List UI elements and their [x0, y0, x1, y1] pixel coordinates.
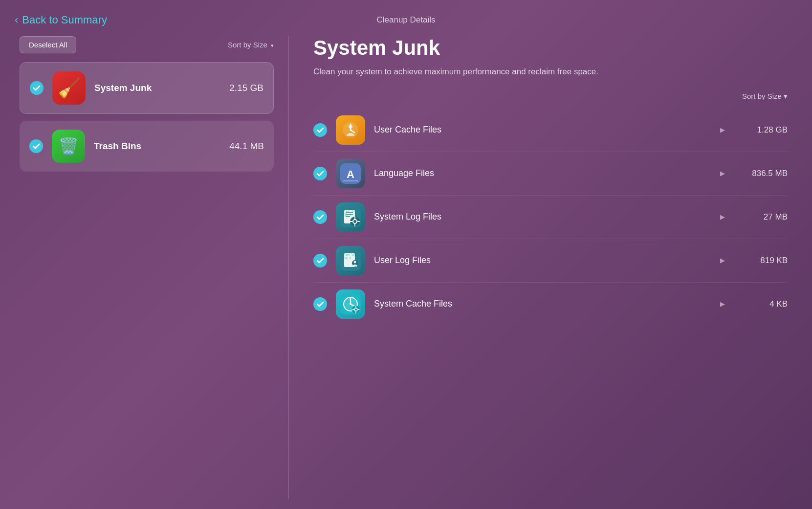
system-cache-size: 4 KB: [744, 299, 788, 309]
system-cache-label: System Cache Files: [374, 299, 711, 309]
deselect-all-button[interactable]: Deselect All: [20, 36, 76, 53]
user-log-label: User Log Files: [374, 255, 711, 266]
system-junk-label: System Junk: [94, 83, 220, 93]
main-content: Deselect All Sort by Size ▾ 🧹 System Jun…: [0, 36, 812, 509]
list-item-system-cache[interactable]: System Cache Files ▶ 4 KB: [313, 283, 788, 326]
svg-text:tem lo: tem lo: [344, 253, 355, 256]
list-item-user-cache[interactable]: User Cache Files ▶ 1.28 GB: [313, 109, 788, 152]
header: ‹ Back to Summary Cleanup Details: [0, 0, 812, 36]
expand-language-files-icon[interactable]: ▶: [720, 170, 725, 177]
right-sort-button[interactable]: Sort by Size ▾: [313, 92, 788, 101]
checkbox-user-log[interactable]: [313, 254, 327, 267]
left-sort-button[interactable]: Sort by Size ▾: [228, 41, 274, 49]
checkbox-system-log[interactable]: [313, 210, 327, 224]
expand-system-cache-icon[interactable]: ▶: [720, 300, 725, 308]
svg-text:A: A: [347, 168, 354, 180]
section-description: Clean your system to achieve maximum per…: [313, 66, 656, 78]
right-panel: System Junk Clean your system to achieve…: [294, 36, 802, 499]
panel-divider: [288, 36, 289, 499]
left-panel: Deselect All Sort by Size ▾ 🧹 System Jun…: [10, 36, 284, 499]
list-item-language-files[interactable]: A Language Files ▶ 836.5 MB: [313, 152, 788, 196]
page-title: Cleanup Details: [376, 15, 435, 25]
sort-arrow-icon: ▾: [271, 43, 274, 48]
checkbox-user-cache[interactable]: [313, 123, 327, 137]
checkbox-system-junk[interactable]: [30, 81, 44, 95]
icon-system-cache: [336, 289, 365, 319]
list-item-system-junk[interactable]: 🧹 System Junk 2.15 GB: [20, 62, 274, 114]
icon-trash-bins: 🗑️: [52, 130, 85, 163]
chevron-left-icon: ‹: [15, 14, 18, 26]
svg-point-26: [354, 261, 356, 263]
expand-system-log-icon[interactable]: ▶: [720, 213, 725, 221]
trash-bins-size: 44.1 MB: [229, 141, 264, 152]
list-item-user-log[interactable]: tem lo 56 0 User Log Files ▶ 819 KB: [313, 239, 788, 283]
toolbar: Deselect All Sort by Size ▾: [20, 36, 274, 53]
system-junk-size: 2.15 GB: [229, 83, 263, 93]
section-title: System Junk: [313, 36, 788, 60]
icon-user-log: tem lo 56 0: [336, 246, 365, 275]
svg-text:56 0: 56 0: [344, 256, 351, 260]
language-files-size: 836.5 MB: [744, 169, 788, 178]
icon-system-junk: 🧹: [52, 71, 86, 105]
system-log-label: System Log Files: [374, 212, 711, 222]
checkbox-language-files[interactable]: [313, 167, 327, 180]
list-item-trash-bins[interactable]: 🗑️ Trash Bins 44.1 MB: [20, 121, 274, 172]
back-to-summary-button[interactable]: ‹ Back to Summary: [15, 14, 107, 26]
expand-user-log-icon[interactable]: ▶: [720, 257, 725, 264]
user-cache-label: User Cache Files: [374, 125, 711, 135]
svg-point-3: [350, 129, 351, 131]
trash-bins-label: Trash Bins: [94, 141, 220, 152]
icon-language-files: A: [336, 159, 365, 188]
svg-text:tem lo: tem lo: [344, 209, 355, 213]
user-cache-size: 1.28 GB: [744, 125, 788, 135]
icon-system-log: tem lo 56 0: [336, 202, 365, 232]
checkbox-trash-bins[interactable]: [29, 139, 43, 153]
system-log-size: 27 MB: [744, 212, 788, 222]
back-button-label: Back to Summary: [22, 14, 107, 26]
expand-user-cache-icon[interactable]: ▶: [720, 126, 725, 133]
svg-point-4: [349, 125, 352, 129]
checkbox-system-cache[interactable]: [313, 297, 327, 311]
svg-text:56 0: 56 0: [344, 213, 351, 216]
svg-point-31: [350, 303, 351, 305]
user-log-size: 819 KB: [744, 256, 788, 266]
right-sort-arrow-icon: ▾: [784, 92, 788, 100]
list-item-system-log[interactable]: tem lo 56 0 System Log Files ▶ 27 MB: [313, 196, 788, 239]
language-files-label: Language Files: [374, 168, 711, 178]
icon-user-cache: [336, 115, 365, 145]
